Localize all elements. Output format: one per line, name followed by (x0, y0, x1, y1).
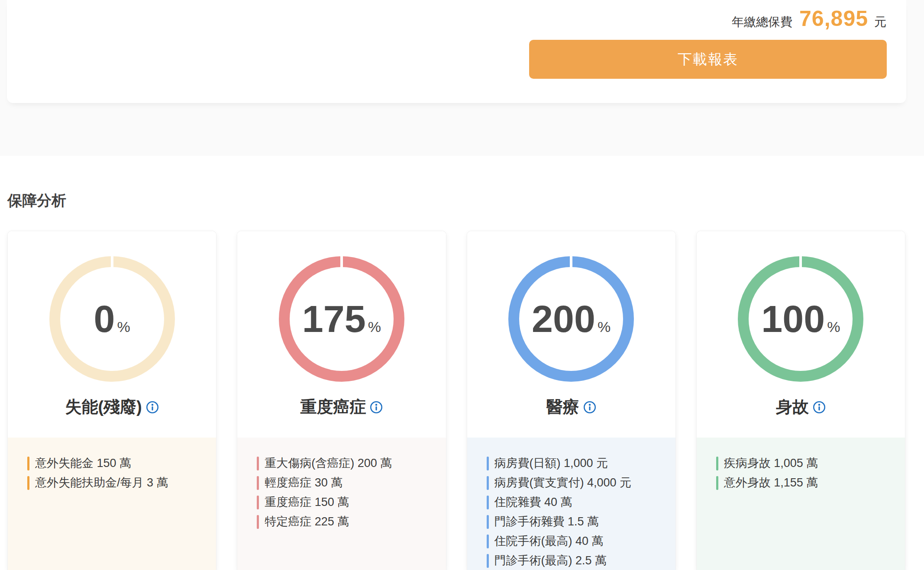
donut-hole: 0 % (60, 267, 164, 371)
premium-summary-card: 年繳總保費 76,895 元 下載報表 (7, 0, 906, 103)
benefit-marker (257, 496, 259, 509)
benefit-text: 重大傷病(含癌症) 200 萬 (265, 457, 392, 469)
protection-card-medical: 200 % 醫療 (467, 231, 676, 570)
percent-sign: % (368, 319, 381, 335)
protection-card-death: 100 % 身故 (696, 231, 905, 570)
premium-row: 年繳總保費 76,895 元 (7, 6, 906, 29)
benefit-item: 住院手術(最高) 40 萬 (487, 531, 668, 551)
top-band: 年繳總保費 76,895 元 下載報表 (0, 0, 924, 156)
benefit-list: 疾病身故 1,005 萬 意外身故 1,155 萬 (697, 438, 905, 570)
benefit-text: 病房費(實支實付) 4,000 元 (494, 477, 632, 489)
benefit-text: 病房費(日額) 1,000 元 (494, 457, 608, 469)
info-icon[interactable] (370, 401, 383, 414)
chart-area: 0 % 失能(殘廢) (8, 231, 216, 438)
benefit-marker (487, 476, 489, 490)
section-title: 保障分析 (7, 192, 924, 209)
donut-hole: 100 % (749, 267, 853, 371)
benefit-item: 輕度癌症 30 萬 (257, 473, 438, 493)
percent-value: 200 (532, 300, 595, 338)
percent-wrap: 0 % (94, 300, 130, 338)
protection-cards: 0 % 失能(殘廢) (0, 231, 924, 570)
benefit-text: 門診手術雜費 1.5 萬 (494, 516, 599, 528)
protection-card-disability: 0 % 失能(殘廢) (7, 231, 216, 570)
protection-card-severe-cancer: 175 % 重度癌症 (237, 231, 446, 570)
benefit-text: 重度癌症 150 萬 (265, 496, 349, 508)
benefit-text: 意外失能金 150 萬 (35, 457, 131, 469)
info-icon[interactable] (583, 401, 596, 414)
insurance-dashboard: 年繳總保費 76,895 元 下載報表 保障分析 0 % (0, 0, 924, 570)
benefit-item: 特定癌症 225 萬 (257, 512, 438, 531)
benefit-marker (487, 457, 489, 470)
benefit-marker (716, 476, 718, 490)
benefit-marker (257, 515, 259, 529)
card-title: 身故 (776, 398, 809, 416)
benefit-list: 意外失能金 150 萬 意外失能扶助金/每月 3 萬 (8, 438, 216, 570)
benefit-item: 門診手術(最高) 2.5 萬 (487, 551, 668, 570)
chart-area: 200 % 醫療 (467, 231, 675, 438)
benefit-item: 住院雜費 40 萬 (487, 493, 668, 512)
chart-area: 175 % 重度癌症 (237, 231, 446, 438)
benefit-text: 意外失能扶助金/每月 3 萬 (35, 477, 168, 489)
benefit-marker (27, 457, 29, 470)
benefit-item: 病房費(日額) 1,000 元 (487, 454, 668, 473)
benefit-text: 門診手術(最高) 2.5 萬 (494, 555, 607, 567)
card-title: 醫療 (546, 398, 579, 416)
benefit-list: 重大傷病(含癌症) 200 萬 輕度癌症 30 萬 重度癌症 150 萬 特定癌… (237, 438, 446, 570)
benefit-text: 住院雜費 40 萬 (494, 496, 572, 508)
benefit-item: 門診手術雜費 1.5 萬 (487, 512, 668, 531)
benefit-text: 意外身故 1,155 萬 (724, 477, 818, 489)
info-icon[interactable] (146, 401, 159, 414)
premium-label: 年繳總保費 (732, 14, 792, 30)
benefit-text: 疾病身故 1,005 萬 (724, 457, 818, 469)
card-label-row: 身故 (776, 398, 826, 416)
benefit-marker (257, 476, 259, 490)
card-label-row: 重度癌症 (300, 398, 383, 416)
percent-sign: % (827, 319, 840, 335)
card-title: 重度癌症 (300, 398, 366, 416)
benefit-marker (487, 535, 489, 548)
percent-wrap: 175 % (302, 300, 381, 338)
download-report-button[interactable]: 下載報表 (529, 40, 887, 79)
benefit-marker (27, 476, 29, 490)
benefit-marker (257, 457, 259, 470)
premium-amount: 76,895 (799, 6, 868, 31)
donut-chart: 0 % (49, 256, 175, 382)
donut-hole: 200 % (519, 267, 623, 371)
benefit-item: 病房費(實支實付) 4,000 元 (487, 473, 668, 493)
benefit-list: 病房費(日額) 1,000 元 病房費(實支實付) 4,000 元 住院雜費 4… (467, 438, 675, 570)
benefit-marker (487, 496, 489, 509)
benefit-marker (487, 554, 489, 568)
donut-hole: 175 % (290, 267, 394, 371)
benefit-text: 住院手術(最高) 40 萬 (494, 535, 604, 547)
protection-analysis-section: 保障分析 0 % 失能(殘廢) (0, 156, 924, 570)
donut-chart: 200 % (508, 256, 634, 382)
donut-chart: 175 % (279, 256, 404, 382)
percent-sign: % (117, 319, 130, 335)
benefit-text: 特定癌症 225 萬 (265, 516, 349, 528)
benefit-marker (716, 457, 718, 470)
benefit-item: 重大傷病(含癌症) 200 萬 (257, 454, 438, 473)
benefit-text: 輕度癌症 30 萬 (265, 477, 342, 489)
percent-sign: % (598, 319, 611, 335)
info-icon[interactable] (813, 401, 826, 414)
card-label-row: 醫療 (546, 398, 596, 416)
benefit-item: 意外身故 1,155 萬 (716, 473, 897, 493)
card-label-row: 失能(殘廢) (65, 398, 158, 416)
card-title: 失能(殘廢) (65, 398, 142, 416)
benefit-item: 疾病身故 1,005 萬 (716, 454, 897, 473)
percent-wrap: 100 % (761, 300, 840, 338)
percent-value: 100 (761, 300, 825, 338)
premium-unit: 元 (874, 14, 886, 30)
chart-area: 100 % 身故 (697, 231, 905, 438)
percent-value: 175 (302, 300, 366, 338)
benefit-item: 意外失能扶助金/每月 3 萬 (27, 473, 208, 493)
donut-chart: 100 % (738, 256, 863, 382)
percent-value: 0 (94, 300, 115, 338)
benefit-item: 重度癌症 150 萬 (257, 493, 438, 512)
benefit-marker (487, 515, 489, 529)
benefit-item: 意外失能金 150 萬 (27, 454, 208, 473)
percent-wrap: 200 % (532, 300, 611, 338)
